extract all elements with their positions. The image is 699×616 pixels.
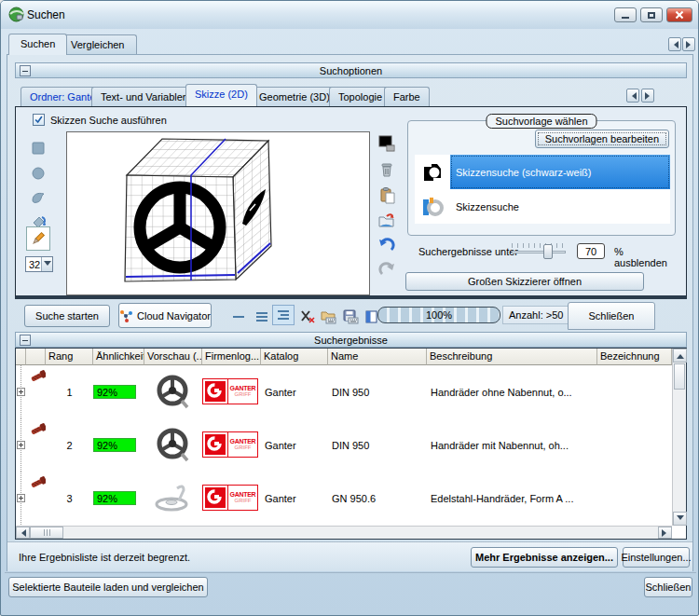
- expand-icon[interactable]: [17, 494, 25, 502]
- main-tabs-scroll-right[interactable]: [682, 37, 695, 51]
- left-arrow-icon: [18, 529, 26, 537]
- load-search-button[interactable]: [317, 307, 339, 327]
- redo-icon: [378, 262, 395, 278]
- open-big-sketcher-button[interactable]: Großen Skizzierer öffnen: [405, 272, 644, 291]
- scroll-up-button[interactable]: [673, 349, 687, 363]
- scroll-down-button[interactable]: [673, 512, 687, 526]
- view-compact-button[interactable]: [227, 307, 250, 327]
- titlebar[interactable]: Suchen: [1, 1, 699, 29]
- sketch-canvas[interactable]: [66, 131, 370, 295]
- search-toolbar: Suche starten Cloud Navigator: [7, 300, 692, 332]
- cloud-navigator-button[interactable]: Cloud Navigator: [118, 303, 212, 328]
- bezeichnung-cell: [597, 418, 672, 472]
- more-results-button[interactable]: Mehr Ergebnisse anzeigen...: [471, 547, 618, 568]
- ellipse-tool-button[interactable]: [27, 163, 49, 184]
- app-icon: [8, 7, 24, 22]
- col-name[interactable]: Name: [328, 349, 427, 365]
- start-search-button[interactable]: Suche starten: [24, 305, 110, 327]
- result-row-1[interactable]: 1 92% GANTERGRIFF: [16, 365, 672, 418]
- collapse-suchoptionen-button[interactable]: [20, 65, 31, 76]
- template-item-color[interactable]: Skizzensuche: [415, 189, 670, 224]
- brush-size-dropdown[interactable]: 32: [25, 256, 53, 272]
- load-and-compare-button[interactable]: Selektierte Bauteile laden und vergleich…: [8, 577, 208, 597]
- col-tree[interactable]: [16, 349, 26, 365]
- tab-vergleichen[interactable]: Vergleichen: [59, 34, 137, 55]
- run-sketch-search-checkbox[interactable]: [33, 114, 45, 126]
- handwheel-preview: [153, 426, 194, 465]
- template-list: Skizzensuche (schwarz-weiß) Skizzensuche: [415, 155, 670, 224]
- threshold-slider[interactable]: [512, 243, 566, 253]
- results-hscrollbar[interactable]: [16, 526, 672, 539]
- col-vorschau[interactable]: Vorschau (...: [144, 349, 202, 365]
- suchoptionen-header: Suchoptionen: [15, 62, 687, 78]
- tab-farbe[interactable]: Farbe: [384, 87, 430, 106]
- tree-cell: [16, 472, 26, 525]
- screw-icon: [28, 368, 46, 384]
- ellipse-tool-icon: [31, 166, 46, 181]
- tab-topologie[interactable]: Topologie: [329, 87, 391, 106]
- clear-results-button[interactable]: [296, 307, 319, 327]
- color-swatch-button[interactable]: [376, 133, 398, 154]
- bezeichnung-cell: [597, 472, 672, 525]
- checkmark-icon: [34, 115, 44, 125]
- brush-tool-button[interactable]: [26, 226, 50, 251]
- freeform-tool-button[interactable]: [27, 187, 49, 208]
- view-detail-button[interactable]: [272, 305, 295, 325]
- col-rang[interactable]: Rang: [46, 349, 93, 365]
- redo-button[interactable]: [376, 259, 398, 280]
- settings-button[interactable]: Einstellungen...: [623, 547, 690, 568]
- scroll-left-button[interactable]: [16, 527, 30, 539]
- option-tab-strip: Ordner: Ganter Text- und Variablen Skizz…: [21, 87, 682, 106]
- rect-tool-button[interactable]: [27, 138, 49, 158]
- close-options-button[interactable]: Schließen: [568, 302, 655, 330]
- result-row-2[interactable]: 2 92% GANTERGRIFF: [16, 418, 672, 472]
- footer-close-button[interactable]: Schließen: [644, 577, 692, 597]
- undo-button[interactable]: [376, 235, 398, 255]
- beschreibung-cell: Edelstahl-Handräder, Form A ...: [427, 472, 597, 525]
- results-table: Rang Ähnlichkeit Vorschau (... Firmenlog…: [15, 348, 687, 540]
- beschreibung-cell: Handräder mit Nabennut, oh...: [427, 418, 597, 472]
- threshold-label-after: % ausblenden: [614, 246, 678, 268]
- tab-skizze-2d[interactable]: Skizze (2D): [185, 84, 257, 106]
- progress-value: 100%: [426, 309, 452, 321]
- col-icon[interactable]: [26, 349, 46, 365]
- tab-text-und-variablen[interactable]: Text- und Variablen: [91, 87, 198, 106]
- col-aehnlichkeit[interactable]: Ähnlichkeit: [93, 349, 144, 365]
- vscroll-thumb[interactable]: [674, 363, 685, 390]
- delete-sketch-button[interactable]: [376, 159, 398, 180]
- view-list-button[interactable]: [251, 307, 273, 327]
- edit-templates-button[interactable]: Suchvorlagen bearbeiten: [535, 130, 669, 148]
- results-vscrollbar[interactable]: [672, 349, 686, 526]
- scroll-right-button[interactable]: [658, 527, 672, 539]
- tab-geometrie-3d[interactable]: Geometrie (3D): [250, 87, 339, 106]
- freeform-tool-icon: [31, 190, 46, 205]
- tab-suchen[interactable]: Suchen: [8, 34, 67, 55]
- threshold-value-field[interactable]: 70: [577, 243, 605, 259]
- paste-sketch-button[interactable]: [376, 185, 398, 206]
- template-color-icon: [415, 189, 450, 224]
- dropdown-button[interactable]: [41, 257, 52, 271]
- option-tabs-scroll-right[interactable]: [641, 89, 654, 103]
- col-beschreibung[interactable]: Beschreibung: [427, 349, 597, 365]
- template-item-bw[interactable]: Skizzensuche (schwarz-weiß): [415, 155, 670, 189]
- expand-icon[interactable]: [17, 441, 25, 449]
- run-sketch-search-label: Skizzen Suche ausführen: [50, 115, 167, 126]
- save-search-button[interactable]: [339, 307, 362, 327]
- col-firmenlogo[interactable]: Firmenlog...: [202, 349, 261, 365]
- hscroll-thumb[interactable]: [30, 527, 63, 539]
- slider-thumb[interactable]: [543, 244, 553, 259]
- col-katalog[interactable]: Katalog: [261, 349, 328, 365]
- collapse-suchergebnisse-button[interactable]: [20, 335, 31, 346]
- open-sketch-button[interactable]: [376, 210, 398, 230]
- ganter-logo: GANTERGRIFF: [202, 431, 258, 459]
- minimize-button[interactable]: [614, 7, 637, 22]
- maximize-button[interactable]: [640, 7, 663, 22]
- main-tabs-scroll-left[interactable]: [668, 37, 681, 51]
- close-button[interactable]: [666, 7, 692, 22]
- folder-keyboard-icon: [321, 309, 336, 324]
- option-tabs-scroll-left[interactable]: [626, 89, 639, 103]
- expand-icon[interactable]: [17, 388, 25, 396]
- result-row-3[interactable]: 3 92% GANTERGRIFF Ganter GN 950.: [16, 472, 672, 525]
- search-progressbar: 100%: [377, 307, 500, 323]
- col-bezeichnung[interactable]: Bezeichnung: [597, 349, 672, 365]
